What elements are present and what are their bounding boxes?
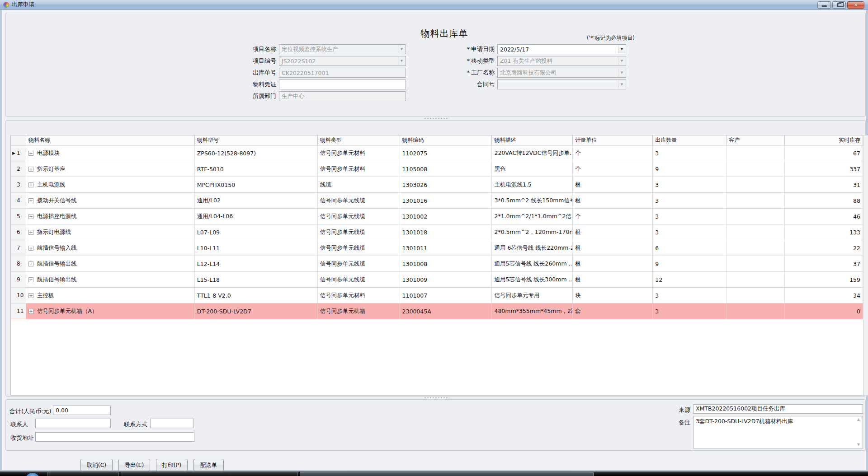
expand-icon[interactable]: + xyxy=(28,214,33,219)
expand-icon[interactable]: + xyxy=(28,182,33,187)
material-voucher-field[interactable] xyxy=(279,79,406,89)
cell-type: 线缆 xyxy=(318,177,400,193)
cell-stock: 22 xyxy=(785,240,863,256)
movement-type-combo[interactable]: Z01 有关生产的投料 ▼ xyxy=(497,56,626,66)
scroll-down-icon[interactable]: ▼ xyxy=(857,443,860,447)
expand-icon[interactable]: + xyxy=(28,230,33,235)
chevron-down-icon[interactable]: ▼ xyxy=(398,45,405,53)
col-header-customer[interactable]: 客户 xyxy=(726,135,785,145)
table-row[interactable]: 6 + 指示灯电源线 L07-L09 信号同步单元线缆 1301018 2*0.… xyxy=(11,224,863,240)
cell-type: 信号同步单元线缆 xyxy=(318,224,400,240)
table-row[interactable]: ▶ 1 + 电源模块 ZPS60-12(528-8097) 信号同步单元材料 1… xyxy=(11,145,863,161)
cell-qty: 6 xyxy=(653,240,726,256)
cell-name: + 指示灯电源线 xyxy=(26,224,195,240)
cell-unit: 根 xyxy=(573,177,653,193)
col-header-type[interactable]: 物料类型 xyxy=(318,135,400,145)
start-orb-icon[interactable] xyxy=(25,472,40,476)
taskbar-button[interactable] xyxy=(121,472,298,476)
apply-date-combo[interactable]: 2022/5/17 ▼ xyxy=(497,44,626,54)
table-row[interactable]: 4 + 拨动开关信号线 通用/L02 信号同步单元线缆 1301016 3*0.… xyxy=(11,193,863,209)
chevron-down-icon[interactable]: ▼ xyxy=(618,57,625,65)
expand-icon[interactable]: + xyxy=(28,261,33,266)
current-row-arrow: ▶ xyxy=(12,151,16,155)
table-row[interactable]: 5 + 电源插座电源线 通用/L04-L06 信号同步单元线缆 1301002 … xyxy=(11,209,863,224)
splitter-handle[interactable] xyxy=(425,117,449,120)
expand-icon[interactable]: + xyxy=(28,151,33,156)
col-header-unit[interactable]: 计量单位 xyxy=(573,135,653,145)
table-row[interactable]: 7 + 航插信号输入线 L10-L11 信号同步单元线缆 1301011 通用 … xyxy=(11,240,863,256)
cell-customer xyxy=(726,145,785,161)
outbound-no-field[interactable]: CK20220517001 xyxy=(279,68,406,78)
cell-customer xyxy=(726,224,785,240)
remark-textarea[interactable]: 3套DT-200-SDU-LV2D7机箱材料出库 ▲ ▼ xyxy=(693,416,863,448)
department-field[interactable]: 生产中心 xyxy=(279,91,406,101)
cell-name: + 指示灯基座 xyxy=(26,161,195,177)
col-header-code[interactable]: 物料编码 xyxy=(400,135,492,145)
table-panel: 物料名称 物料型号 物料类型 物料编码 物料描述 计量单位 出库数量 客户 实时… xyxy=(5,120,866,397)
col-header-name[interactable]: 物料名称 xyxy=(26,135,195,145)
project-name-combo[interactable]: 定位视频监控系统生产 ▼ xyxy=(279,44,406,54)
title-bar[interactable]: 出库申请 ✕ xyxy=(0,0,868,10)
vertical-scrollbar[interactable] xyxy=(863,135,868,396)
project-name-value: 定位视频监控系统生产 xyxy=(282,46,338,53)
col-header-desc[interactable]: 物料描述 xyxy=(492,135,573,145)
table-row[interactable]: 11 + 信号同步单元机箱（A） DT-200-SDU-LV2D7 信号同步单元… xyxy=(11,303,863,319)
cancel-button[interactable]: 取消(C) xyxy=(80,459,113,471)
print-button[interactable]: 打印(P) xyxy=(156,459,188,471)
scroll-up-icon[interactable]: ▲ xyxy=(857,417,860,422)
taskbar-button-active[interactable] xyxy=(300,472,594,476)
cell-name: + 航插信号输出线 xyxy=(26,256,195,272)
row-indicator: 8 xyxy=(11,256,26,272)
row-indicator: 7 xyxy=(11,240,26,256)
cell-code: 1101007 xyxy=(400,288,492,303)
row-indicator: 6 xyxy=(11,224,26,240)
delivery-note-button[interactable]: 配送单 xyxy=(193,459,224,471)
cell-code: 1301002 xyxy=(400,209,492,224)
col-header-qty[interactable]: 出库数量 xyxy=(653,135,726,145)
minimize-button[interactable] xyxy=(817,1,831,9)
chevron-down-icon[interactable]: ▼ xyxy=(618,80,625,89)
chevron-down-icon[interactable]: ▼ xyxy=(398,57,405,65)
cell-unit: 根 xyxy=(573,272,653,288)
cell-name: + 拨动开关信号线 xyxy=(26,193,195,209)
cell-qty: 12 xyxy=(653,272,726,288)
contact-way-field[interactable] xyxy=(150,419,194,428)
chevron-down-icon[interactable]: ▼ xyxy=(618,45,625,53)
address-field[interactable] xyxy=(35,432,194,442)
project-code-combo[interactable]: JS2022S102 ▼ xyxy=(279,56,406,66)
table-row[interactable]: 9 + 航插信号输出线 L15-L18 信号同步单元线缆 1301009 通用5… xyxy=(11,272,863,288)
taskbar-button[interactable] xyxy=(47,472,119,476)
table-row[interactable]: 10 + 主控板 TTL1-8 V2.0 信号同步单元材料 1101007 信号… xyxy=(11,288,863,303)
cell-type: 信号同步单元机箱 xyxy=(318,303,400,319)
cell-name: + 主控板 xyxy=(26,288,195,303)
col-header-model[interactable]: 物料型号 xyxy=(195,135,318,145)
cell-type: 信号同步单元材料 xyxy=(318,145,400,161)
contact-field[interactable] xyxy=(35,419,111,428)
table-row[interactable]: 3 + 主机电源线 MPCPHX0150 线缆 1303026 主机电源线1.5… xyxy=(11,177,863,193)
restore-button[interactable] xyxy=(832,1,846,9)
materials-table: 物料名称 物料型号 物料类型 物料编码 物料描述 计量单位 出库数量 客户 实时… xyxy=(10,135,863,396)
row-number: 7 xyxy=(17,245,20,251)
expand-icon[interactable]: + xyxy=(28,198,33,203)
close-button[interactable]: ✕ xyxy=(847,1,864,9)
table-row[interactable]: 8 + 航插信号输出线 L12-L14 信号同步单元线缆 1301008 通用5… xyxy=(11,256,863,272)
export-button[interactable]: 导出(E) xyxy=(118,459,150,471)
chevron-down-icon[interactable]: ▼ xyxy=(618,69,625,77)
contract-no-combo[interactable]: ▼ xyxy=(497,79,626,89)
taskbar[interactable] xyxy=(0,471,868,476)
source-field[interactable]: XMTB20220516002项目任务出库 xyxy=(693,404,863,414)
expand-icon[interactable]: + xyxy=(28,167,33,172)
expand-icon[interactable]: + xyxy=(28,277,33,282)
cell-code: 1301008 xyxy=(400,256,492,272)
expand-icon[interactable]: + xyxy=(28,293,33,298)
expand-icon[interactable]: + xyxy=(28,309,33,314)
department-label: 所属部门 xyxy=(236,92,279,100)
total-field[interactable]: 0.00 xyxy=(53,406,111,415)
cell-model: MPCPHX0150 xyxy=(195,177,318,193)
table-row[interactable]: 2 + 指示灯基座 RTF-5010 信号同步单元材料 1105008 黑色 个… xyxy=(11,161,863,177)
cell-code: 1301011 xyxy=(400,240,492,256)
factory-name-combo[interactable]: 北京鹰路科技有限公司 ▼ xyxy=(497,68,626,78)
col-header-stock[interactable]: 实时库存 xyxy=(785,135,863,145)
department-value: 生产中心 xyxy=(282,93,304,100)
expand-icon[interactable]: + xyxy=(28,246,33,251)
